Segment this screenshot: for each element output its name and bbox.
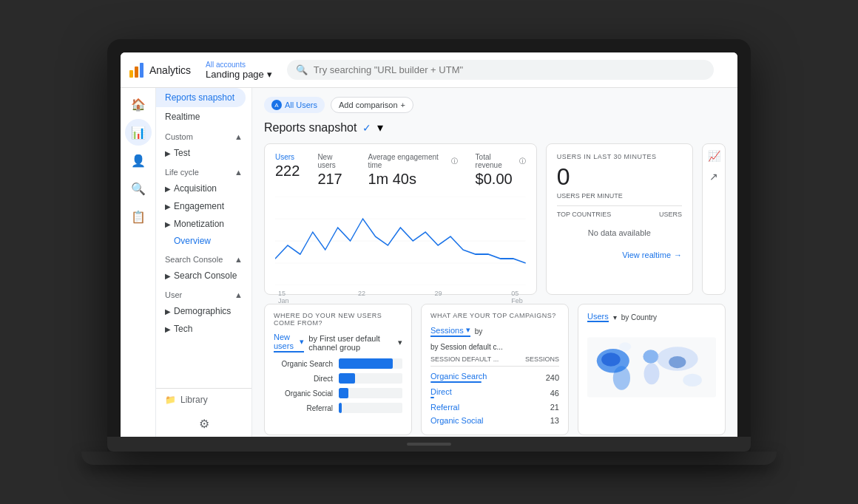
chevron-right-icon5: ▶ <box>165 272 171 280</box>
rt-table-header: TOP COUNTRIES USERS <box>557 211 682 218</box>
side-panel-card: 📈 ↗ <box>702 143 726 295</box>
main-content: A All Users Add comparison + Reports sna… <box>252 88 737 437</box>
svg-point-14 <box>669 356 686 368</box>
map-filter-sub: by Country <box>621 313 657 321</box>
chevron-right-icon6: ▶ <box>165 307 171 316</box>
metric-new-users: New users 217 <box>317 153 350 188</box>
metrics-row: Users 222 New users 217 <box>275 153 526 188</box>
right-sidebar: Reports snapshot Realtime Custom ▲ ▶ Tes… <box>156 88 252 437</box>
collapse-sc-icon[interactable]: ▲ <box>234 255 243 264</box>
world-map <box>587 327 716 408</box>
sidebar-item-overview[interactable]: Overview <box>156 233 246 249</box>
page-title: Reports snapshot <box>264 121 357 134</box>
map-card: Users ▾ by Country <box>578 304 726 435</box>
bar-row-direct: Direct <box>274 373 402 384</box>
campaign-row-0: Organic Search 240 <box>430 370 559 385</box>
brand-area: Analytics All accounts Landing page ▾ <box>129 61 272 80</box>
new-users-card: WHERE DO YOUR NEW USERS COME FROM? New u… <box>264 304 412 435</box>
chevron-right-icon3: ▶ <box>165 202 171 211</box>
trend-icon[interactable]: 📈 <box>708 150 720 162</box>
home-icon-btn[interactable]: 🏠 <box>125 91 152 118</box>
metric-new-users-label: New users <box>317 153 350 169</box>
campaign-table: SESSION DEFAULT ... SESSIONS Organic Sea… <box>430 355 559 427</box>
bar-fill-referral <box>339 403 342 413</box>
chevron-right-icon: ▶ <box>165 149 171 157</box>
info-icon2: ⓘ <box>519 157 526 166</box>
chevron-down-icon4: ▾ <box>466 325 470 335</box>
search-console-section-header: Search Console ▲ <box>156 249 251 267</box>
all-users-avatar: A <box>271 100 282 110</box>
campaign-table-header: SESSION DEFAULT ... SESSIONS <box>430 355 559 367</box>
campaigns-title: WHAT ARE YOUR TOP CAMPAIGNS? <box>430 312 559 319</box>
search-input[interactable] <box>314 64 705 75</box>
arrow-right-icon: → <box>674 251 682 259</box>
property-selector[interactable]: Landing page ▾ <box>206 69 272 80</box>
page-title-row: Reports snapshot ✓ ▾ <box>264 120 726 134</box>
all-users-chip[interactable]: A All Users <box>264 97 325 113</box>
new-users-filter-sub: by First user default channel group <box>308 334 393 352</box>
sidebar-item-realtime[interactable]: Realtime <box>156 107 246 126</box>
share-icon[interactable]: ↗ <box>709 171 718 183</box>
sidebar-item-demographics[interactable]: ▶ Demographics <box>156 302 251 320</box>
custom-section-header: Custom ▲ <box>156 126 251 144</box>
brand-icon <box>129 63 143 78</box>
bar-chart: Organic Search Direct <box>274 358 402 413</box>
settings-icon: ⚙ <box>199 417 209 431</box>
svg-point-8 <box>643 350 658 364</box>
info-icon: ⓘ <box>451 157 458 166</box>
sidebar-item-search-console[interactable]: ▶ Search Console <box>156 267 251 285</box>
new-users-filter-chip[interactable]: New users ▾ <box>274 333 304 353</box>
laptop-base <box>107 437 751 452</box>
metrics-chart-card: Users 222 New users 217 <box>264 143 537 295</box>
map-filter-chip[interactable]: Users <box>587 312 609 322</box>
search-bar[interactable]: 🔍 <box>287 60 714 80</box>
realtime-card: USERS IN LAST 30 MINUTES 0 USERS PER MIN… <box>546 143 693 295</box>
page-title-dropdown-icon[interactable]: ▾ <box>377 120 383 134</box>
reports-icon-btn[interactable]: 📊 <box>125 119 152 146</box>
metric-users-label: Users <box>275 153 300 161</box>
audience-icon-btn[interactable]: 👤 <box>125 147 152 174</box>
settings-nav-item[interactable]: ⚙ <box>156 411 251 437</box>
campaigns-filter-chip[interactable]: Sessions ▾ <box>430 325 470 337</box>
ct-bar-1 <box>430 397 434 398</box>
library-icon: 📁 <box>165 395 176 405</box>
chevron-right-icon7: ▶ <box>165 325 171 333</box>
collapse-custom-icon[interactable]: ▲ <box>234 132 243 141</box>
library-nav-item[interactable]: 📁 Library <box>156 388 251 411</box>
chart-svg <box>275 197 526 285</box>
top-bar: Analytics All accounts Landing page ▾ 🔍 <box>121 52 737 88</box>
rt-label: USERS IN LAST 30 MINUTES <box>557 153 682 160</box>
chevron-right-icon2: ▶ <box>165 185 171 193</box>
sidebar-item-monetization[interactable]: ▶ Monetization <box>156 215 251 233</box>
campaigns-filter-sub: by <box>475 327 483 336</box>
svg-point-12 <box>619 342 631 351</box>
campaign-row-2: Referral 21 <box>430 401 559 414</box>
bar-row-organic-social: Organic Social <box>274 388 402 398</box>
sidebar-item-test[interactable]: ▶ Test <box>156 144 251 162</box>
search-console-icon-btn[interactable]: 🔍 <box>125 175 152 202</box>
explore-icon-btn[interactable]: 📋 <box>125 203 152 230</box>
plus-icon: + <box>401 101 405 109</box>
bottom-section: WHERE DO YOUR NEW USERS COME FROM? New u… <box>264 304 726 435</box>
chevron-down-icon2: ▾ <box>300 337 304 347</box>
svg-point-9 <box>644 363 660 384</box>
sidebar-item-reports-snapshot[interactable]: Reports snapshot <box>156 88 246 107</box>
new-users-title: WHERE DO YOUR NEW USERS COME FROM? <box>274 312 402 327</box>
add-comparison-button[interactable]: Add comparison + <box>331 97 413 113</box>
account-nav: All accounts Landing page ▾ <box>206 61 272 80</box>
sidebar-item-engagement[interactable]: ▶ Engagement <box>156 197 251 215</box>
metric-users-value: 222 <box>275 163 300 180</box>
metric-engagement-label: Average engagement time ⓘ <box>368 153 457 169</box>
map-svg <box>587 327 716 408</box>
svg-point-7 <box>613 366 630 389</box>
campaign-row-1: Direct 46 <box>430 385 559 401</box>
sidebar-item-tech[interactable]: ▶ Tech <box>156 320 251 338</box>
metric-revenue: Total revenue ⓘ $0.00 <box>476 153 526 188</box>
collapse-lifecycle-icon[interactable]: ▲ <box>234 168 243 177</box>
sidebar-item-acquisition[interactable]: ▶ Acquisition <box>156 180 251 197</box>
campaigns-filter-row: Sessions ▾ by <box>430 325 559 337</box>
all-accounts-link[interactable]: All accounts <box>206 61 272 69</box>
collapse-user-icon[interactable]: ▲ <box>234 290 243 299</box>
view-realtime-link[interactable]: View realtime → <box>557 251 682 259</box>
map-filter-row: Users ▾ by Country <box>587 312 716 322</box>
